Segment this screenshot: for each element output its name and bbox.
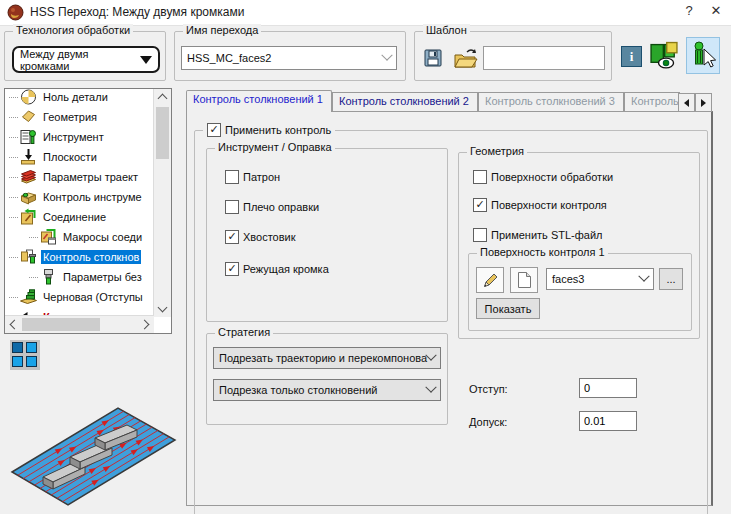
dropdown-arrow-icon	[140, 56, 152, 64]
tab-collision-4[interactable]: Контроль с	[624, 92, 680, 112]
tool-control-icon	[19, 188, 38, 206]
technology-value: Между двумя кромками	[20, 48, 140, 72]
strategy-dropdown-1-value: Подрезать траекторию и перекомпонова	[219, 352, 427, 364]
tree-item-planes[interactable]: Плоскости	[5, 147, 99, 167]
tree-item-connection[interactable]: Соединение	[5, 207, 108, 227]
operation-tree: Ноль детали Геометрия Инструмент	[5, 89, 154, 316]
tolerance-input[interactable]	[579, 411, 637, 431]
dialog-window: HSS Переход: Между двумя кромками ? ✕ Те…	[0, 0, 731, 514]
tree-item-geometry[interactable]: Геометрия	[5, 107, 99, 127]
checkbox-icon	[473, 228, 487, 242]
checkbox-icon	[225, 170, 239, 184]
tree-item-label: Контроль столкнов	[41, 250, 141, 264]
tree-item-safety-params[interactable]: Параметры без	[5, 267, 144, 287]
scroll-right-button[interactable]	[138, 316, 154, 332]
pencil-icon	[481, 271, 499, 289]
checkbox-icon	[225, 200, 239, 214]
template-group-label: Шаблон	[423, 24, 470, 36]
tab-collision-1[interactable]: Контроль столкновений 1	[186, 90, 332, 112]
scrollbar-thumb[interactable]	[22, 318, 100, 331]
tab-collision-2[interactable]: Контроль столкновений 2	[332, 92, 478, 112]
strategy-dropdown-2-value: Подрезка только столкновений	[219, 384, 377, 396]
grid-square-icon	[12, 356, 23, 367]
scrollbar-thumb[interactable]	[156, 107, 169, 159]
geometry-group-label: Геометрия	[467, 145, 527, 157]
tool-holder-group: Инструмент / Оправка Патрон Плечо оправк…	[206, 148, 448, 322]
title-bar: HSS Переход: Между двумя кромками ? ✕	[0, 0, 731, 26]
edit-surface-button[interactable]	[476, 267, 504, 293]
close-button[interactable]: ✕	[707, 2, 725, 20]
machine-view-button[interactable]	[647, 39, 681, 71]
select-tool-button[interactable]	[686, 37, 720, 74]
checkbox-icon	[473, 198, 487, 212]
tree-item-connection-macros[interactable]: Макросы соеди	[5, 227, 144, 247]
checkbox-label: Применить STL-файл	[491, 229, 602, 241]
surface-combobox[interactable]: faces3	[546, 268, 654, 290]
scroll-left-button[interactable]	[5, 316, 21, 332]
tree-item-roughing[interactable]: Черновая (Отступы	[5, 287, 145, 307]
transition-name-label: Имя перехода	[183, 24, 261, 36]
tree-item-trajectory-params[interactable]: Параметры траект	[5, 167, 140, 187]
checkbox-work-surfaces[interactable]: Поверхности обработки	[473, 170, 613, 184]
tree-item-collision-control[interactable]: Контроль столкнов	[5, 247, 141, 267]
tree-item-label: Ноль детали	[41, 90, 110, 104]
collision-control-icon	[19, 248, 38, 266]
checkbox-shank[interactable]: Хвостовик	[225, 230, 296, 244]
show-button[interactable]: Показать	[476, 298, 540, 319]
chevron-down-icon	[425, 382, 436, 393]
scroll-down-button[interactable]	[154, 301, 170, 317]
strategy-dropdown-2[interactable]: Подрезка только столкновений	[213, 379, 441, 401]
template-group: Шаблон	[414, 31, 612, 81]
tree-item-tool-control[interactable]: Контроль инструме	[5, 187, 144, 207]
strategy-dropdown-1[interactable]: Подрезать траекторию и перекомпонова	[213, 347, 441, 369]
grid-square-icon	[12, 342, 23, 353]
checkbox-icon	[473, 170, 487, 184]
strategy-group: Стратегия Подрезать траекторию и переком…	[206, 333, 448, 425]
checkbox-label: Режущая кромка	[243, 263, 329, 275]
tool-holder-group-label: Инструмент / Оправка	[215, 141, 335, 153]
offset-input[interactable]	[579, 378, 637, 398]
tab-control: Контроль столкновений 1 Контроль столкно…	[186, 90, 713, 506]
tab-scroll-right-button[interactable]	[695, 93, 712, 112]
chevron-down-icon	[425, 350, 436, 361]
checkbox-label: Поверхности обработки	[491, 171, 613, 183]
tab-scroll-left-button[interactable]	[678, 93, 695, 112]
browse-button[interactable]: ...	[659, 268, 683, 290]
macros-icon	[39, 228, 58, 246]
tree-horizontal-scrollbar[interactable]	[5, 315, 154, 333]
checkbox-control-surfaces[interactable]: Поверхности контроля	[473, 198, 607, 212]
checkbox-shoulder[interactable]: Плечо оправки	[225, 200, 319, 214]
checkbox-label: Плечо оправки	[243, 201, 319, 213]
grid-square-icon	[26, 356, 37, 367]
checkbox-cutting-edge[interactable]: Режущая кромка	[225, 262, 329, 276]
strategy-group-label: Стратегия	[215, 326, 273, 338]
scroll-up-button[interactable]	[154, 89, 170, 105]
transition-name-value: HSS_MC_faces2	[187, 52, 271, 64]
checkbox-stl-file[interactable]: Применить STL-файл	[473, 228, 602, 242]
tree-item-zero-point[interactable]: Ноль детали	[5, 89, 110, 107]
transition-name-combobox[interactable]: HSS_MC_faces2	[181, 46, 397, 70]
save-template-button[interactable]	[421, 45, 445, 71]
window-title: HSS Переход: Между двумя кромками	[30, 5, 244, 19]
open-template-button[interactable]	[451, 44, 479, 71]
new-surface-button[interactable]	[510, 267, 538, 293]
tree-vertical-scrollbar[interactable]	[153, 89, 171, 317]
operation-tree-panel: Ноль детали Геометрия Инструмент	[4, 88, 172, 334]
open-folder-icon	[453, 47, 478, 69]
tab-collision-3[interactable]: Контроль столкновений 3	[478, 92, 624, 112]
info-button[interactable]: i	[621, 46, 642, 67]
tree-item-tool[interactable]: Инструмент	[5, 127, 106, 147]
apply-control-group: Применить контроль Инструмент / Оправка …	[194, 130, 708, 514]
checkbox-patron[interactable]: Патрон	[225, 170, 280, 184]
machine-simulation-icon	[649, 41, 679, 70]
app-icon	[7, 4, 24, 21]
document-icon	[516, 271, 532, 289]
template-field[interactable]	[483, 46, 605, 70]
safety-params-icon	[39, 268, 58, 286]
help-button[interactable]: ?	[680, 2, 698, 20]
view-layout-button[interactable]	[10, 340, 40, 370]
tree-item-label: Контроль инструме	[41, 190, 144, 204]
technology-dropdown[interactable]: Между двумя кромками	[12, 46, 160, 73]
apply-control-checkbox[interactable]: Применить контроль	[203, 123, 335, 137]
tool-cursor-icon	[690, 41, 716, 70]
